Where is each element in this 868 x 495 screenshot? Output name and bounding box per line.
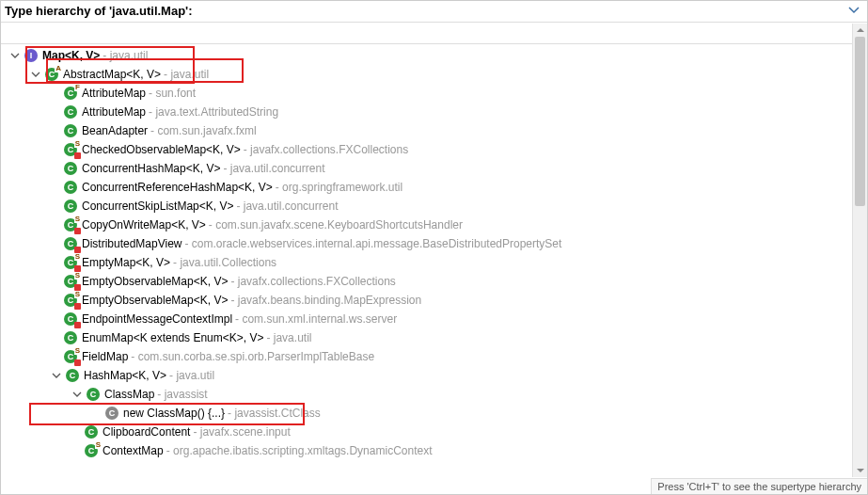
- type-name: new ClassMap() {...}: [123, 407, 225, 420]
- type-name: EndpointMessageContextImpl: [82, 312, 232, 326]
- class-icon: CS: [63, 293, 78, 308]
- tree-row[interactable]: CConcurrentHashMap<K, V> - java.util.con…: [3, 159, 867, 178]
- chevron-down-icon: [848, 5, 860, 16]
- anonymous-class-icon: C: [104, 406, 119, 421]
- type-name: AttributeMap: [82, 105, 146, 119]
- modifier-decorator: F: [74, 84, 81, 91]
- type-name: ConcurrentHashMap<K, V>: [82, 162, 220, 175]
- class-icon: C: [63, 123, 78, 138]
- class-icon: C: [63, 104, 78, 120]
- modifier-decorator: S: [74, 291, 81, 298]
- class-icon: C: [63, 236, 78, 251]
- package-label: - java.util.concurrent: [223, 162, 324, 175]
- view-title: Type hierarchy of 'java.util.Map':: [5, 4, 193, 18]
- view-menu-button[interactable]: [846, 3, 861, 18]
- tree-row[interactable]: CSContextMap - org.apache.ibatis.scripti…: [3, 441, 867, 460]
- tree-row[interactable]: IMap<K, V> - java.util: [3, 46, 867, 65]
- class-icon: C: [63, 311, 78, 327]
- class-icon: C: [63, 330, 78, 345]
- tree-row[interactable]: CSCopyOnWriteMap<K, V> - com.sun.javafx.…: [3, 216, 867, 234]
- tree-row[interactable]: CClipboardContent - javafx.scene.input: [3, 423, 867, 441]
- tree-row[interactable]: Cnew ClassMap() {...} - javassist.CtClas…: [3, 404, 867, 423]
- expander-open-icon[interactable]: [8, 49, 22, 62]
- type-name: AbstractMap<K, V>: [63, 68, 161, 81]
- tree-row[interactable]: CAttributeMap - java.text.AttributedStri…: [3, 103, 867, 121]
- tree-row[interactable]: CSEmptyObservableMap<K, V> - javafx.coll…: [3, 272, 867, 291]
- type-name: CopyOnWriteMap<K, V>: [82, 218, 206, 232]
- modifier-decorator: S: [74, 272, 81, 279]
- package-label: - javafx.scene.input: [193, 425, 290, 439]
- package-label: - javafx.collections.FXCollections: [230, 275, 395, 288]
- package-label: - javafx.collections.FXCollections: [244, 143, 408, 156]
- class-icon: CS: [63, 274, 78, 289]
- type-name: ContextMap: [103, 444, 164, 457]
- tree-row[interactable]: CFAttributeMap - sun.font: [3, 84, 867, 103]
- package-label: - sun.font: [149, 87, 196, 100]
- private-lock-decorator: [74, 359, 81, 366]
- package-label: - com.sun.javafx.scene.KeyboardShortcuts…: [209, 218, 463, 232]
- tree-row[interactable]: CConcurrentSkipListMap<K, V> - java.util…: [3, 197, 867, 216]
- modifier-decorator: S: [95, 441, 102, 449]
- type-hierarchy-view: Type hierarchy of 'java.util.Map': IMap<…: [0, 0, 868, 495]
- tree-row[interactable]: CAAbstractMap<K, V> - java.util: [3, 65, 867, 84]
- private-lock-decorator: [74, 322, 81, 328]
- expander-open-icon[interactable]: [50, 369, 63, 382]
- class-icon: CA: [44, 67, 59, 82]
- header: Type hierarchy of 'java.util.Map':: [1, 1, 867, 22]
- expander-open-icon[interactable]: [71, 388, 84, 401]
- package-label: - java.util: [169, 369, 214, 382]
- tree-row[interactable]: CSEmptyMap<K, V> - java.util.Collections: [3, 253, 867, 272]
- package-label: - java.util: [266, 331, 311, 344]
- tree-row[interactable]: CEnumMap<K extends Enum<K>, V> - java.ut…: [3, 328, 867, 347]
- tree-row[interactable]: CSCheckedObservableMap<K, V> - javafx.co…: [3, 140, 867, 159]
- class-icon: C: [84, 424, 99, 439]
- tree-row[interactable]: CSFieldMap - com.sun.corba.se.spi.orb.Pa…: [3, 347, 867, 366]
- type-name: EmptyObservableMap<K, V>: [82, 294, 228, 307]
- tree-row[interactable]: CSEmptyObservableMap<K, V> - javafx.bean…: [3, 291, 867, 310]
- type-name: ConcurrentSkipListMap<K, V>: [82, 200, 233, 213]
- class-icon: CS: [63, 349, 78, 364]
- class-icon: C: [63, 161, 78, 176]
- tree-row[interactable]: CConcurrentReferenceHashMap<K, V> - org.…: [3, 178, 867, 197]
- package-label: - com.sun.javafx.fxml: [150, 124, 257, 137]
- tree-row[interactable]: CClassMap - javassist: [3, 385, 867, 404]
- modifier-decorator: S: [74, 253, 81, 261]
- class-icon: CS: [63, 142, 78, 157]
- modifier-decorator: A: [55, 65, 62, 72]
- expander-open-icon[interactable]: [29, 68, 42, 81]
- scroll-thumb[interactable]: [855, 37, 865, 206]
- class-icon: CS: [84, 443, 99, 458]
- type-name: EmptyObservableMap<K, V>: [82, 275, 228, 288]
- type-name: EnumMap<K extends Enum<K>, V>: [82, 331, 263, 344]
- modifier-decorator: S: [74, 140, 81, 148]
- status-hint: Press 'Ctrl+T' to see the supertype hier…: [651, 478, 867, 494]
- package-label: - com.sun.corba.se.spi.orb.ParserImplTab…: [131, 350, 374, 363]
- type-name: DistributedMapView: [82, 237, 182, 250]
- type-name: BeanAdapter: [82, 124, 148, 137]
- class-icon: CS: [63, 217, 78, 232]
- tree-row[interactable]: CHashMap<K, V> - java.util: [3, 366, 867, 385]
- package-label: - org.springframework.util: [276, 181, 402, 194]
- private-lock-decorator: [74, 152, 81, 159]
- type-name: EmptyMap<K, V>: [82, 256, 170, 269]
- package-label: - com.sun.xml.internal.ws.server: [235, 312, 397, 326]
- tree-row[interactable]: CEndpointMessageContextImpl - com.sun.xm…: [3, 310, 867, 328]
- class-icon: C: [65, 368, 80, 383]
- class-icon: C: [63, 199, 78, 214]
- type-name: FieldMap: [82, 350, 128, 363]
- hierarchy-tree[interactable]: IMap<K, V> - java.utilCAAbstractMap<K, V…: [1, 44, 867, 494]
- package-label: - com.oracle.webservices.internal.api.me…: [185, 237, 562, 250]
- vertical-scrollbar[interactable]: [852, 24, 867, 477]
- package-label: - java.util: [103, 49, 148, 62]
- type-name: ConcurrentReferenceHashMap<K, V>: [82, 181, 273, 194]
- tree-row[interactable]: CBeanAdapter - com.sun.javafx.fxml: [3, 121, 867, 140]
- interface-icon: I: [24, 48, 39, 63]
- private-lock-decorator: [74, 228, 81, 234]
- type-name: HashMap<K, V>: [84, 369, 166, 382]
- scroll-down-arrow[interactable]: [853, 464, 867, 477]
- package-label: - javassist: [157, 388, 207, 401]
- tree-row[interactable]: CDistributedMapView - com.oracle.webserv…: [3, 234, 867, 253]
- scroll-up-arrow[interactable]: [853, 24, 867, 37]
- type-name: ClipboardContent: [103, 425, 190, 439]
- package-label: - javassist.CtClass: [228, 407, 321, 420]
